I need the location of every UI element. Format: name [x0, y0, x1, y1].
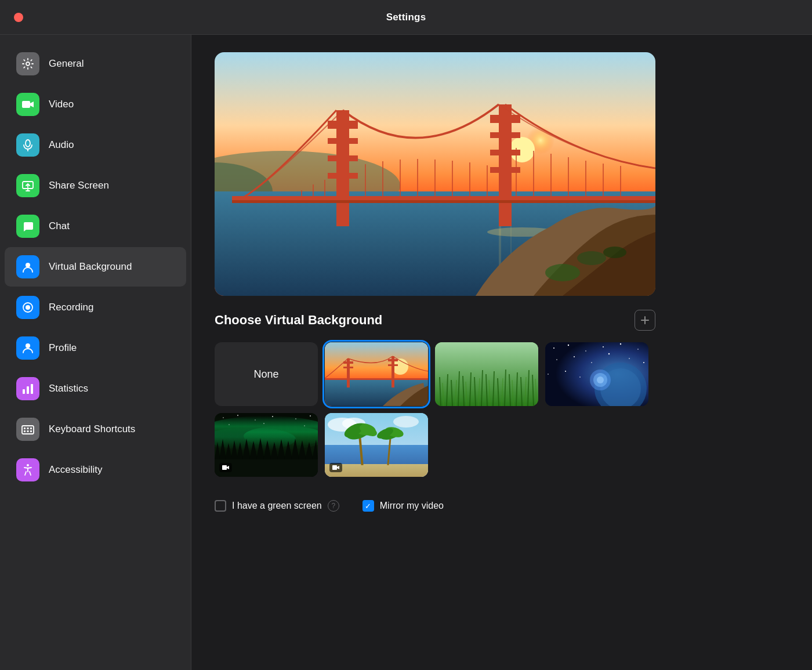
- svg-rect-16: [30, 428, 32, 429]
- svg-point-105: [568, 345, 569, 346]
- sidebar-item-video[interactable]: Video: [5, 85, 186, 124]
- svg-point-9: [26, 343, 30, 348]
- bottom-controls: I have a green screen ? ✓ Mirror my vide…: [215, 500, 655, 523]
- virtual-background-icon: [16, 255, 39, 278]
- svg-rect-1: [22, 101, 30, 108]
- svg-rect-34: [328, 173, 358, 179]
- thumbnails-grid: None: [215, 342, 655, 477]
- sidebar-label-video: Video: [49, 99, 74, 110]
- svg-rect-12: [31, 384, 33, 394]
- svg-point-118: [579, 376, 581, 378]
- sidebar-item-profile[interactable]: Profile: [5, 328, 186, 368]
- thumbnails-row-2: [215, 413, 655, 477]
- svg-point-136: [304, 425, 304, 426]
- svg-point-112: [591, 362, 592, 363]
- svg-rect-31: [328, 121, 358, 129]
- sidebar-item-recording[interactable]: Recording: [5, 288, 186, 327]
- sidebar-label-audio: Audio: [49, 139, 74, 151]
- thumbnail-aurora[interactable]: [215, 413, 318, 477]
- vbg-section: Choose Virtual Background None: [215, 310, 655, 523]
- chat-icon: [16, 215, 39, 238]
- keyboard-shortcuts-icon: [16, 418, 39, 441]
- profile-icon: [16, 336, 39, 360]
- green-screen-help-icon[interactable]: ?: [328, 500, 339, 512]
- svg-point-0: [26, 62, 30, 66]
- sidebar: General Video Audio: [0, 35, 191, 670]
- thumbnail-none[interactable]: None: [215, 342, 318, 406]
- content-area: Choose Virtual Background None: [191, 35, 812, 670]
- green-screen-group: I have a green screen ?: [215, 500, 339, 512]
- sidebar-item-chat[interactable]: Chat: [5, 207, 186, 246]
- svg-rect-33: [328, 155, 358, 161]
- svg-rect-10: [23, 389, 25, 394]
- svg-point-132: [295, 418, 296, 419]
- mirror-video-label: Mirror my video: [380, 501, 444, 511]
- green-screen-checkbox[interactable]: [215, 500, 226, 512]
- add-background-button[interactable]: [635, 310, 655, 331]
- main-layout: General Video Audio: [0, 35, 812, 670]
- svg-point-144: [393, 416, 419, 428]
- sidebar-item-share-screen[interactable]: Share Screen: [5, 166, 186, 205]
- svg-point-107: [603, 346, 604, 347]
- sidebar-label-profile: Profile: [49, 342, 77, 354]
- sidebar-label-chat: Chat: [49, 220, 70, 232]
- svg-point-5: [26, 263, 30, 267]
- svg-point-20: [27, 464, 29, 466]
- thumbnail-beach[interactable]: [325, 413, 428, 477]
- svg-point-117: [565, 371, 566, 372]
- svg-point-61: [545, 264, 580, 281]
- title-bar: Settings: [0, 0, 812, 35]
- vbg-title: Choose Virtual Background: [215, 313, 382, 328]
- svg-point-108: [620, 343, 621, 345]
- accessibility-icon: [16, 458, 39, 481]
- sidebar-item-audio[interactable]: Audio: [5, 125, 186, 165]
- svg-rect-140: [325, 445, 428, 465]
- svg-rect-75: [325, 378, 428, 380]
- beach-video-badge: [329, 463, 342, 472]
- svg-point-128: [223, 417, 224, 418]
- svg-rect-65: [641, 320, 649, 321]
- svg-point-2: [26, 140, 30, 147]
- svg-point-7: [26, 305, 30, 310]
- svg-rect-138: [222, 465, 227, 470]
- aurora-video-badge: [219, 463, 232, 472]
- video-icon: [16, 93, 39, 116]
- thumbnail-golden-gate[interactable]: [325, 342, 428, 406]
- svg-rect-18: [27, 430, 29, 432]
- svg-rect-74: [388, 364, 398, 366]
- svg-rect-37: [490, 132, 520, 138]
- sidebar-label-accessibility: Accessibility: [49, 464, 103, 476]
- svg-rect-17: [24, 430, 26, 432]
- close-button[interactable]: [14, 13, 23, 22]
- sidebar-label-keyboard-shortcuts: Keyboard Shortcuts: [49, 423, 135, 435]
- thumbnail-grass[interactable]: [435, 342, 538, 406]
- thumbnail-space[interactable]: [545, 342, 648, 406]
- svg-point-114: [629, 358, 630, 359]
- sidebar-label-recording: Recording: [49, 302, 94, 313]
- svg-rect-11: [27, 386, 29, 394]
- svg-point-135: [263, 423, 264, 424]
- svg-point-131: [272, 416, 273, 417]
- svg-rect-19: [30, 430, 32, 432]
- sidebar-item-statistics[interactable]: Statistics: [5, 369, 186, 408]
- sidebar-item-keyboard-shortcuts[interactable]: Keyboard Shortcuts: [5, 410, 186, 449]
- audio-icon: [16, 133, 39, 157]
- window-title: Settings: [386, 12, 426, 23]
- svg-point-134: [229, 424, 229, 425]
- svg-rect-38: [490, 150, 520, 155]
- mirror-video-checkbox[interactable]: ✓: [362, 500, 374, 512]
- sidebar-item-general[interactable]: General: [5, 44, 186, 84]
- svg-rect-60: [232, 200, 655, 203]
- sidebar-item-virtual-background[interactable]: Virtual Background: [5, 247, 186, 287]
- vbg-header: Choose Virtual Background: [215, 310, 655, 331]
- mirror-video-group: ✓ Mirror my video: [362, 500, 444, 512]
- preview-container: [215, 52, 655, 296]
- svg-rect-39: [490, 167, 520, 173]
- share-screen-icon: [16, 174, 39, 197]
- svg-rect-73: [388, 359, 398, 361]
- statistics-icon: [16, 377, 39, 400]
- green-screen-label: I have a green screen: [232, 501, 322, 511]
- svg-rect-15: [27, 428, 29, 429]
- sidebar-item-accessibility[interactable]: Accessibility: [5, 450, 186, 490]
- svg-point-116: [548, 374, 549, 375]
